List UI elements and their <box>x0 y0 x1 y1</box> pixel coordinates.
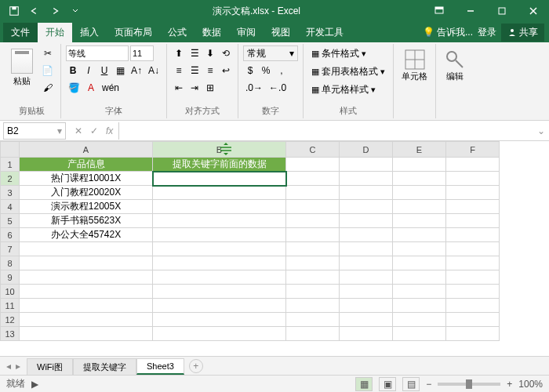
align-left-button[interactable]: ≡ <box>172 63 186 78</box>
row-header[interactable]: 10 <box>1 285 20 299</box>
phonetic-button[interactable]: wén <box>100 80 122 96</box>
cell-A1[interactable]: 产品信息 <box>20 158 153 172</box>
row-header[interactable]: 1 <box>1 158 20 172</box>
col-header-F[interactable]: F <box>446 142 500 158</box>
select-all-corner[interactable] <box>1 142 20 158</box>
cell[interactable] <box>20 313 153 327</box>
normal-view-button[interactable]: ▦ <box>355 377 373 391</box>
tab-view[interactable]: 视图 <box>264 23 298 42</box>
align-center-button[interactable]: ☰ <box>187 63 202 78</box>
cell[interactable] <box>286 327 340 341</box>
cell[interactable] <box>153 242 286 256</box>
copy-button[interactable]: 📄 <box>39 63 56 78</box>
merge-button[interactable]: ⊞ <box>203 80 217 96</box>
ribbon-options-button[interactable] <box>424 0 455 22</box>
number-format-dropdown[interactable]: 常规▾ <box>243 45 298 61</box>
enter-formula-button[interactable]: ✓ <box>88 125 100 136</box>
cell[interactable] <box>393 242 446 256</box>
row-header[interactable]: 3 <box>1 186 20 200</box>
cell[interactable] <box>286 200 340 214</box>
row-header[interactable]: 9 <box>1 270 20 285</box>
login-link[interactable]: 登录 <box>478 26 496 39</box>
tab-nav-prev[interactable]: ▸ <box>14 361 22 372</box>
qat-customize-button[interactable] <box>66 2 85 20</box>
cell[interactable] <box>153 214 286 228</box>
macro-record-button[interactable]: ▶ <box>31 379 38 390</box>
row-header[interactable]: 7 <box>1 242 20 256</box>
row-header[interactable]: 12 <box>1 313 20 327</box>
cell[interactable] <box>446 313 500 327</box>
cell[interactable] <box>340 172 393 186</box>
cell[interactable] <box>153 299 286 313</box>
cell[interactable] <box>446 158 500 172</box>
expand-formula-button[interactable]: ⌄ <box>533 125 549 136</box>
cell[interactable] <box>446 327 500 341</box>
cell[interactable] <box>286 186 340 200</box>
cell[interactable] <box>393 158 446 172</box>
comma-button[interactable]: , <box>274 63 289 78</box>
tell-me[interactable]: 💡 告诉我... <box>423 26 473 39</box>
font-name-input[interactable] <box>66 45 129 61</box>
page-layout-view-button[interactable]: ▣ <box>379 377 396 391</box>
cell[interactable] <box>20 285 153 299</box>
cell[interactable] <box>286 299 340 313</box>
cell[interactable] <box>153 285 286 299</box>
cell[interactable] <box>286 158 340 172</box>
zoom-in-button[interactable]: + <box>507 379 512 390</box>
cell[interactable] <box>340 256 393 270</box>
page-break-view-button[interactable]: ▤ <box>402 377 420 391</box>
cell[interactable] <box>446 200 500 214</box>
row-header[interactable]: 11 <box>1 299 20 313</box>
zoom-level[interactable]: 100% <box>518 379 543 390</box>
undo-button[interactable] <box>25 2 44 20</box>
cell[interactable] <box>20 256 153 270</box>
tab-formula[interactable]: 公式 <box>160 23 195 42</box>
cell[interactable] <box>340 228 393 242</box>
currency-button[interactable]: $ <box>243 63 257 78</box>
cell[interactable] <box>340 327 393 341</box>
new-sheet-button[interactable]: + <box>189 359 203 373</box>
cell[interactable] <box>340 299 393 313</box>
increase-indent-button[interactable]: ⇥ <box>187 80 202 96</box>
cell[interactable] <box>153 256 286 270</box>
decrease-decimal-button[interactable]: ←.0 <box>267 80 289 96</box>
cell[interactable] <box>393 172 446 186</box>
cell[interactable] <box>393 270 446 285</box>
cut-button[interactable]: ✂ <box>39 45 56 61</box>
cell[interactable] <box>393 285 446 299</box>
font-color-button[interactable]: A <box>84 80 98 96</box>
tab-developer[interactable]: 开发工具 <box>298 23 351 42</box>
cell[interactable] <box>446 186 500 200</box>
cell[interactable] <box>20 270 153 285</box>
cell[interactable] <box>286 242 340 256</box>
align-top-button[interactable]: ⬆ <box>172 45 186 61</box>
align-right-button[interactable]: ≡ <box>203 63 217 78</box>
row-header[interactable]: 2 <box>1 172 20 186</box>
tab-layout[interactable]: 页面布局 <box>107 23 160 42</box>
cell[interactable] <box>153 186 286 200</box>
cell[interactable] <box>340 270 393 285</box>
sheet-tab-wifi[interactable]: WiFi图 <box>27 358 73 376</box>
share-button[interactable]: 共享 <box>501 24 544 42</box>
cell[interactable] <box>153 313 286 327</box>
cells-button[interactable]: 单元格 <box>398 45 431 85</box>
maximize-button[interactable] <box>486 0 518 22</box>
name-box[interactable]: B2▾ <box>3 122 66 140</box>
cell[interactable] <box>393 200 446 214</box>
formula-input[interactable] <box>119 122 533 140</box>
align-middle-button[interactable]: ☰ <box>187 45 202 61</box>
cell[interactable] <box>446 242 500 256</box>
cell-B1[interactable]: 提取关键字前面的数据 <box>153 158 286 172</box>
col-header-C[interactable]: C <box>286 142 340 158</box>
cell-A6[interactable]: 办公大全45742X <box>20 228 153 242</box>
cell[interactable] <box>446 228 500 242</box>
bold-button[interactable]: B <box>66 63 80 78</box>
cell[interactable] <box>446 270 500 285</box>
cell-A2[interactable]: 热门课程10001X <box>20 172 153 186</box>
cell-A4[interactable]: 演示教程12005X <box>20 200 153 214</box>
close-button[interactable] <box>518 0 549 22</box>
fill-color-button[interactable]: 🪣 <box>66 80 82 96</box>
sheet-tab-sheet3[interactable]: Sheet3 <box>136 358 184 375</box>
editing-button[interactable]: 编辑 <box>441 45 469 85</box>
cell[interactable] <box>446 299 500 313</box>
